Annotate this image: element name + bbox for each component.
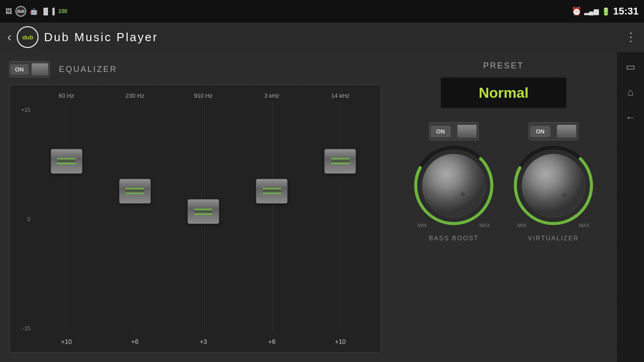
band-14khz-value: +10 — [335, 338, 346, 345]
band-230hz-label: 230 Hz — [125, 92, 144, 99]
band-60hz-value: +10 — [61, 338, 72, 345]
bass-boost-toggle-handle — [457, 124, 477, 138]
back-arrow-icon[interactable]: ‹ — [7, 30, 11, 44]
battery-icon: 🔋 — [601, 7, 610, 16]
bass-boost-unit: ON — [413, 122, 495, 242]
fader-line-4 — [125, 193, 144, 194]
virtualizer-toggle-label: ON — [530, 126, 550, 137]
fader-line-dark-2 — [125, 191, 144, 191]
svg-point-5 — [562, 193, 567, 198]
image-icon: 🖼 — [5, 8, 12, 15]
bass-boost-knob-container: MIN MAX — [413, 145, 495, 226]
status-bar: 🖼 dub 🤖 ▐▌▐ 100 ⏰ ▂▄▆ 🔋 15:31 — [0, 0, 644, 23]
eq-scale: +15 0 -15 — [17, 92, 33, 345]
fader-line-dark-3 — [194, 211, 213, 212]
svg-point-2 — [461, 192, 465, 197]
band-910hz-label: 910 Hz — [194, 92, 212, 99]
eq-band-910hz: 910 Hz +3 — [170, 92, 236, 345]
main-content: ON EQUALIZER +15 0 -15 60 Hz — [0, 52, 644, 362]
band-3khz-track — [271, 103, 273, 333]
fader-line-dark-4 — [263, 191, 281, 191]
band-14khz-handle[interactable] — [324, 149, 356, 174]
fader-line-dark-1 — [57, 161, 76, 162]
fader-line-8 — [263, 193, 281, 194]
nav-recent-icon[interactable]: ▭ — [626, 61, 635, 73]
fader-line-6 — [194, 214, 213, 215]
band-230hz-fader-container — [101, 103, 168, 333]
eq-toggle-handle — [31, 63, 48, 76]
band-3khz-handle[interactable] — [256, 179, 288, 204]
eq-bands-panel: +15 0 -15 60 Hz — [9, 85, 381, 353]
virtualizer-unit: ON — [513, 122, 594, 242]
right-sidebar: ▭ ⌂ ← — [617, 52, 644, 362]
fader-line-7 — [263, 188, 281, 189]
band-60hz-label: 60 Hz — [59, 92, 74, 99]
svg-point-1 — [422, 154, 485, 217]
app-header-left: ‹ dub Dub Music Player — [7, 26, 158, 48]
android-icon: 🤖 — [30, 8, 38, 15]
app-logo: dub — [17, 26, 38, 48]
eq-bands: 60 Hz +10 — [33, 92, 374, 345]
band-3khz-label: 3 kHz — [264, 92, 279, 99]
menu-dots-icon[interactable]: ⋮ — [625, 30, 637, 44]
preset-section: PRESET Normal — [399, 61, 608, 109]
band-14khz-fader-container — [307, 103, 374, 333]
band-3khz-value: +6 — [268, 338, 275, 345]
band-230hz-value: +6 — [131, 338, 139, 345]
fader-line-10 — [331, 163, 350, 164]
status-bar-left: 🖼 dub 🤖 ▐▌▐ 100 — [5, 6, 67, 17]
virtualizer-max-label: MAX — [579, 223, 590, 228]
alarm-icon: ⏰ — [572, 6, 582, 16]
band-230hz-track — [134, 103, 136, 333]
fader-line-3 — [125, 188, 144, 189]
status-bar-right: ⏰ ▂▄▆ 🔋 15:31 — [572, 5, 639, 17]
band-3khz-fader-container — [239, 103, 305, 333]
fader-line-dark-5 — [331, 161, 350, 162]
scale-min: -15 — [17, 325, 30, 332]
preset-button[interactable]: Normal — [440, 77, 567, 109]
equalizer-icon: ▐▌▐ — [41, 8, 55, 15]
preset-title: PRESET — [483, 61, 524, 71]
eq-band-14khz: 14 kHz +10 — [307, 92, 374, 345]
fader-line-2 — [57, 163, 76, 164]
bass-boost-toggle-label: ON — [431, 126, 451, 137]
equalizer-title: EQUALIZER — [59, 65, 117, 74]
band-230hz-handle[interactable] — [119, 179, 151, 204]
bass-boost-knob-ring-svg — [413, 145, 495, 226]
fader-line-9 — [331, 158, 350, 159]
bass-boost-toggle[interactable]: ON — [429, 122, 479, 140]
eq-band-60hz: 60 Hz +10 — [33, 92, 100, 345]
band-910hz-value: +3 — [200, 338, 207, 345]
virtualizer-toggle-handle — [557, 124, 577, 138]
virtualizer-knob-container: MIN MAX — [513, 145, 594, 226]
app-header: ‹ dub Dub Music Player ⋮ — [0, 23, 644, 52]
eq-band-230hz: 230 Hz +6 — [101, 92, 168, 345]
virtualizer-toggle[interactable]: ON — [529, 122, 578, 140]
virtualizer-knob-svg — [513, 145, 594, 226]
band-60hz-track — [66, 103, 67, 333]
time-display: 15:31 — [613, 5, 639, 17]
bass-boost-max-label: MAX — [479, 223, 490, 228]
nav-home-icon[interactable]: ⌂ — [627, 86, 633, 98]
right-panel: PRESET Normal ON — [390, 52, 617, 362]
eq-bands-wrapper: +15 0 -15 60 Hz — [17, 92, 374, 345]
band-14khz-label: 14 kHz — [331, 92, 349, 99]
eq-header: ON EQUALIZER — [9, 61, 381, 77]
virtualizer-min-label: MIN — [517, 223, 526, 228]
effects-row: ON — [399, 118, 608, 353]
svg-point-4 — [522, 154, 585, 217]
nav-back-icon[interactable]: ← — [625, 112, 635, 124]
band-910hz-handle[interactable] — [187, 199, 219, 224]
app-title: Dub Music Player — [44, 30, 158, 44]
band-14khz-track — [339, 103, 341, 333]
eq-band-3khz: 3 kHz +6 — [239, 92, 305, 345]
logo-text: dub — [22, 34, 33, 41]
band-60hz-handle[interactable] — [51, 149, 82, 174]
scale-max: +15 — [17, 107, 30, 113]
hundred-icon: 100 — [58, 8, 67, 14]
fader-line-1 — [57, 158, 76, 159]
eq-toggle[interactable]: ON — [9, 61, 50, 77]
virtualizer-label: VIRTUALIZER — [528, 234, 579, 242]
scale-mid: 0 — [17, 216, 30, 223]
dub-icon: dub — [15, 6, 26, 17]
